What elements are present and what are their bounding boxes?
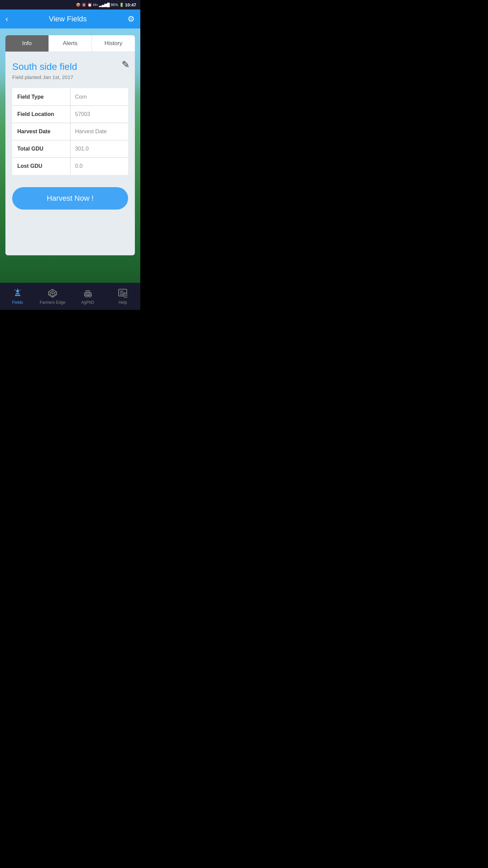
mute-icon: 🔇 [82, 3, 86, 7]
tab-bar: Info Alerts History [5, 35, 135, 52]
background-area: Info Alerts History ✎ South side field F… [0, 28, 140, 283]
field-subtitle: Field planted Jan 1st, 2017 [12, 74, 128, 80]
row-value-0: Corn [70, 88, 128, 106]
svg-line-6 [20, 290, 21, 291]
svg-rect-3 [17, 290, 18, 291]
svg-rect-15 [86, 291, 90, 293]
tab-history[interactable]: History [92, 35, 135, 52]
status-bar: 📦 🔇 ⏰ H+ ▂▄▆█ 86% 🔋 10:47 [0, 0, 140, 9]
nav-farmers-edge[interactable]: Farmers Edge [35, 288, 70, 305]
svg-rect-2 [15, 295, 20, 296]
row-label-3: Total GDU [13, 140, 70, 158]
tab-info[interactable]: Info [5, 35, 49, 52]
svg-line-5 [15, 290, 16, 291]
table-row: Field Type Corn [13, 88, 128, 106]
svg-point-18 [86, 295, 87, 296]
signal-icon: ▂▄▆█ [99, 3, 110, 7]
table-row: Field Location 57003 [13, 106, 128, 123]
row-value-2: Harvest Date [70, 123, 128, 140]
row-label-1: Field Location [13, 106, 70, 123]
harvest-now-button[interactable]: Harvest Now ! [12, 187, 128, 210]
row-value-4: 0.0 [70, 158, 128, 175]
edit-icon: ✎ [122, 59, 129, 70]
page-title: View Fields [49, 15, 87, 23]
row-label-0: Field Type [13, 88, 70, 106]
clock: 10:47 [125, 2, 136, 7]
settings-button[interactable]: ⚙ [127, 14, 135, 24]
nav-agphd[interactable]: AgPhD [70, 288, 105, 305]
battery-icon: 🔋 [119, 3, 124, 7]
svg-point-19 [89, 295, 90, 296]
svg-point-26 [125, 297, 126, 297]
table-row: Lost GDU 0.0 [13, 158, 128, 175]
nav-farmers-edge-label: Farmers Edge [40, 300, 65, 305]
row-label-4: Lost GDU [13, 158, 70, 175]
back-button[interactable]: ‹ [5, 14, 8, 24]
row-value-3: 301.0 [70, 140, 128, 158]
table-row: Harvest Date Harvest Date [13, 123, 128, 140]
table-row: Total GDU 301.0 [13, 140, 128, 158]
alarm-icon: ⏰ [87, 3, 92, 7]
field-name: South side field [12, 61, 128, 72]
nav-help[interactable]: Help [105, 288, 141, 305]
svg-rect-1 [16, 293, 20, 294]
help-icon [117, 288, 128, 299]
notification-icon: 📦 [76, 3, 81, 7]
card-body: ✎ South side field Field planted Jan 1st… [5, 52, 135, 255]
bottom-navigation: Fields Farmers Edge AgPhD [0, 283, 140, 310]
battery-label: 86% [111, 3, 118, 7]
nav-agphd-label: AgPhD [81, 300, 94, 305]
edit-button[interactable]: ✎ [122, 59, 129, 70]
nav-fields-label: Fields [12, 300, 23, 305]
nav-help-label: Help [119, 300, 127, 305]
agphd-icon [82, 288, 93, 299]
farmers-edge-icon [47, 288, 58, 299]
status-icons: 📦 🔇 ⏰ H+ ▂▄▆█ 86% 🔋 10:47 [76, 2, 136, 7]
nav-fields[interactable]: Fields [0, 288, 35, 305]
row-label-2: Harvest Date [13, 123, 70, 140]
tab-alerts[interactable]: Alerts [49, 35, 92, 52]
header: ‹ View Fields ⚙ [0, 9, 140, 28]
fields-icon [12, 288, 23, 299]
row-value-1: 57003 [70, 106, 128, 123]
field-card: Info Alerts History ✎ South side field F… [5, 35, 135, 255]
network-icon: H+ [93, 3, 98, 7]
info-table: Field Type Corn Field Location 57003 Har… [12, 88, 128, 175]
